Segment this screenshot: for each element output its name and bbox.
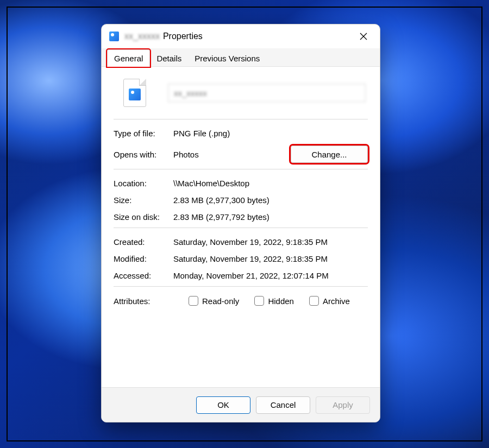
- tab-previous-versions[interactable]: Previous Versions: [188, 50, 266, 66]
- accessed-value: Monday, November 21, 2022, 12:07:14 PM: [173, 271, 368, 280]
- row-opens-with: Opens with: Photos Change...: [114, 142, 368, 167]
- divider: [114, 286, 368, 287]
- tab-strip: General Details Previous Versions: [102, 48, 380, 67]
- window-title: Properties: [163, 31, 203, 41]
- row-location: Location: \\Mac\Home\Desktop: [114, 175, 368, 192]
- accessed-label: Accessed:: [114, 271, 173, 280]
- file-type-icon: [109, 31, 119, 41]
- readonly-checkbox-wrap[interactable]: Read-only: [189, 296, 239, 306]
- divider: [114, 119, 368, 119]
- divider: [114, 228, 368, 228]
- cancel-button[interactable]: Cancel: [256, 396, 310, 414]
- created-value: Saturday, November 19, 2022, 9:18:35 PM: [173, 237, 368, 247]
- apply-button[interactable]: Apply: [316, 396, 370, 414]
- archive-checkbox[interactable]: [309, 296, 319, 306]
- readonly-checkbox[interactable]: [189, 296, 198, 306]
- archive-checkbox-wrap[interactable]: Archive: [309, 296, 350, 306]
- tab-details[interactable]: Details: [150, 50, 188, 66]
- size-value: 2.83 MB (2,977,300 bytes): [173, 195, 368, 205]
- attributes-label: Attributes:: [114, 296, 173, 306]
- image-glyph-icon: [129, 89, 141, 100]
- created-label: Created:: [114, 237, 173, 247]
- title-filename: xx_xxxxx: [124, 31, 160, 41]
- file-header: xx_xxxxx: [114, 74, 368, 117]
- row-type: Type of file: PNG File (.png): [114, 125, 368, 142]
- properties-dialog: xx_xxxxx Properties General Details Prev…: [101, 24, 380, 422]
- row-accessed: Accessed: Monday, November 21, 2022, 12:…: [114, 267, 368, 284]
- type-value: PNG File (.png): [173, 129, 368, 138]
- readonly-label: Read-only: [202, 296, 239, 306]
- tab-general[interactable]: General: [107, 49, 150, 67]
- hidden-checkbox-wrap[interactable]: Hidden: [254, 296, 294, 306]
- row-attributes: Attributes: Read-only Hidden Archive: [114, 292, 368, 310]
- row-created: Created: Saturday, November 19, 2022, 9:…: [114, 234, 368, 250]
- filename-input[interactable]: xx_xxxxx: [168, 84, 366, 102]
- row-size: Size: 2.83 MB (2,977,300 bytes): [114, 192, 368, 209]
- row-size-on-disk: Size on disk: 2.83 MB (2,977,792 bytes): [114, 209, 368, 225]
- tab-content: xx_xxxxx Type of file: PNG File (.png) O…: [102, 67, 380, 387]
- close-button[interactable]: [352, 27, 375, 46]
- location-label: Location:: [114, 179, 173, 188]
- change-button[interactable]: Change...: [291, 146, 368, 163]
- row-modified: Modified: Saturday, November 19, 2022, 9…: [114, 250, 368, 267]
- ok-button[interactable]: OK: [196, 396, 250, 414]
- size-on-disk-label: Size on disk:: [114, 212, 173, 222]
- dialog-footer: OK Cancel Apply: [102, 387, 380, 422]
- modified-value: Saturday, November 19, 2022, 9:18:35 PM: [173, 254, 368, 263]
- titlebar[interactable]: xx_xxxxx Properties: [102, 24, 380, 48]
- close-icon: [360, 33, 367, 40]
- size-on-disk-value: 2.83 MB (2,977,792 bytes): [173, 212, 368, 222]
- size-label: Size:: [114, 195, 173, 205]
- hidden-label: Hidden: [268, 296, 294, 306]
- hidden-checkbox[interactable]: [254, 296, 264, 306]
- opens-with-value: Photos: [173, 150, 291, 159]
- archive-label: Archive: [323, 296, 350, 306]
- file-large-icon: [123, 79, 146, 107]
- location-value: \\Mac\Home\Desktop: [173, 179, 368, 188]
- modified-label: Modified:: [114, 254, 173, 263]
- opens-with-label: Opens with:: [114, 150, 173, 159]
- divider: [114, 169, 368, 169]
- type-label: Type of file:: [114, 129, 173, 138]
